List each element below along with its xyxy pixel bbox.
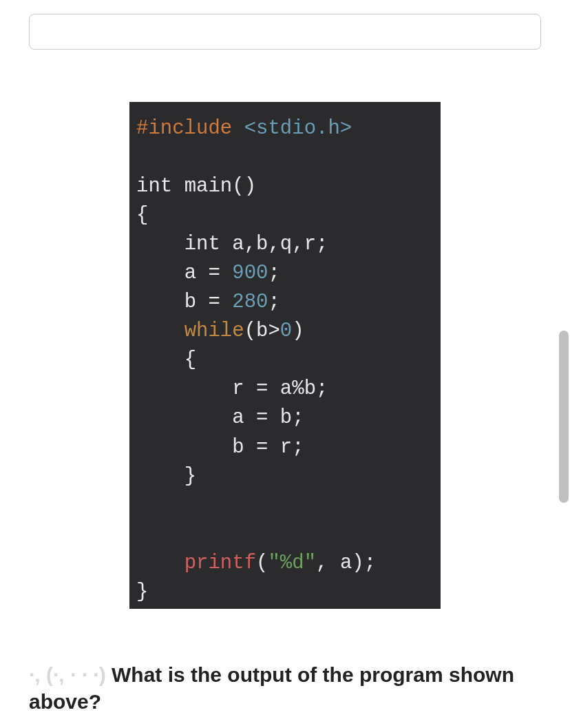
question-prefix: ·, (·, · · ·) [29,663,106,686]
question-text: ·, (·, · · ·) What is the output of the … [29,661,541,715]
type-token: int [136,175,172,198]
header-token: <stdio.h> [244,117,352,140]
answer-input[interactable] [29,14,541,50]
vertical-scrollbar[interactable] [559,331,569,503]
code-image: #include <stdio.h> int main() { int a,b,… [129,102,441,609]
preproc-token: #include [136,117,232,140]
